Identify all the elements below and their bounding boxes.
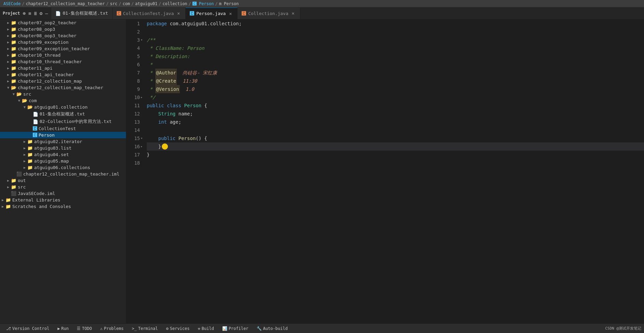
breadcrumb-item[interactable]: m Person <box>219 1 239 6</box>
sidebar-icon2[interactable]: ≡ <box>28 11 31 16</box>
code-line-2 <box>147 28 644 36</box>
tab-label: Collection.java <box>248 11 288 16</box>
folder-icon: 📁 <box>11 178 16 183</box>
tab-close-icon[interactable]: × <box>228 11 233 16</box>
folder-open-icon: 📂 <box>11 85 16 90</box>
tab-label: CollectionTest.java <box>123 11 174 16</box>
sidebar-icon[interactable]: ⊕ <box>23 11 26 16</box>
sidebar-item-javasecode-iml[interactable]: ⬛ JavaSECode.iml <box>0 190 126 197</box>
sidebar-item-collectiontest[interactable]: 🅲 CollectionTest <box>0 125 126 132</box>
folder-icon: 📁 <box>11 46 16 51</box>
sidebar-item-chapter10a[interactable]: ▶ 📁 chapter10_thread <box>0 52 126 58</box>
main-layout: ▶ 📁 chapter07_oop2_teacher ▶ 📁 chapter08… <box>0 19 644 323</box>
breadcrumb-item[interactable]: ASECode <box>3 1 21 6</box>
sidebar: ▶ 📁 chapter07_oop2_teacher ▶ 📁 chapter08… <box>0 19 126 323</box>
bottom-tab-build[interactable]: ⚒ Build <box>195 325 217 332</box>
tab-collection[interactable]: 🅲 Collection.java × <box>238 8 300 19</box>
code-line-13: int age; <box>147 118 644 126</box>
sidebar-item-iml[interactable]: ⬛ chapter12_collection_map_teacher.iml <box>0 171 126 177</box>
tab-collectiontest[interactable]: 🅲 CollectionTest.java × <box>113 8 186 19</box>
breadcrumb-item[interactable]: chapter12_collection_map_teacher <box>26 1 105 6</box>
sidebar-item-atguigu06[interactable]: ▶ 📁 atguigu06.collections <box>0 164 126 171</box>
tab-person[interactable]: 🅲 Person.java × <box>186 8 238 19</box>
bottom-tab-autobuild[interactable]: 🔧 Auto-build <box>253 325 291 332</box>
fold-arrow[interactable]: ▾ <box>141 36 143 44</box>
cursor-position <box>162 143 168 150</box>
warning-icon: ⚠ <box>100 326 102 331</box>
sidebar-item-chapter08a[interactable]: ▶ 📁 chapter08_oop3 <box>0 26 126 32</box>
bottom-tab-services[interactable]: ⚙ Services <box>162 325 193 332</box>
sidebar-item-chapter11a[interactable]: ▶ 📁 chapter11_api <box>0 65 126 71</box>
sidebar-item-out[interactable]: ▶ 📁 out <box>0 177 126 184</box>
breadcrumb: ASECode / chapter12_collection_map_teach… <box>0 0 644 8</box>
sidebar-item-atguigu04[interactable]: ▶ 📁 atguigu04.set <box>0 151 126 158</box>
tab-close-icon[interactable]: × <box>176 11 181 16</box>
breadcrumb-item[interactable]: com <box>123 1 130 6</box>
tab-01[interactable]: 📄 01-集合框架概述.txt <box>51 8 113 19</box>
tab-label: 01-集合框架概述.txt <box>63 10 108 16</box>
breadcrumb-item[interactable]: 🅲 Person <box>192 1 214 6</box>
bottom-tab-todo[interactable]: ☰ TODO <box>73 325 95 332</box>
fold-arrow-15[interactable]: ▾ <box>141 134 143 142</box>
bottom-tab-problems[interactable]: ⚠ Problems <box>97 325 127 332</box>
sidebar-item-chapter12a[interactable]: ▶ 📁 chapter12_collection_map <box>0 78 126 84</box>
git-icon: ⎇ <box>6 326 11 331</box>
breadcrumb-item[interactable]: collection <box>162 1 187 6</box>
sidebar-item-file01[interactable]: 📄 01-集合框架概述.txt <box>0 110 126 118</box>
sidebar-item-scratches[interactable]: ▶ 📁 Scratches and Consoles <box>0 203 126 210</box>
sidebar-item-atguigu01[interactable]: ▼ 📂 atguigu01.collection <box>0 104 126 110</box>
sidebar-item-atguigu05[interactable]: ▶ 📁 atguigu05.map <box>0 158 126 164</box>
tab-close-icon[interactable]: × <box>290 11 296 16</box>
folder-icon: 📁 <box>11 20 16 25</box>
bottom-tab-profiler[interactable]: 📊 Profiler <box>219 325 252 332</box>
bottom-tab-version-control[interactable]: ⎇ Version Control <box>3 325 53 332</box>
sidebar-item-chapter11b[interactable]: ▶ 📁 chapter11_api_teacher <box>0 71 126 78</box>
sidebar-item-external-libs[interactable]: ▶ 📁 External Libraries <box>0 197 126 203</box>
sidebar-item-atguigu03[interactable]: ▶ 📁 atguigu03.list <box>0 145 126 151</box>
folder-icon: 📁 <box>11 72 16 77</box>
project-label[interactable]: Project <box>3 11 20 16</box>
code-line-10: ▸ */ <box>147 93 644 101</box>
breadcrumb-item[interactable]: src <box>110 1 117 6</box>
sidebar-item-chapter08b[interactable]: ▶ 📁 chapter08_oop3_teacher <box>0 32 126 39</box>
sidebar-item-chapter09a[interactable]: ▶ 📁 chapter09_exception <box>0 39 126 45</box>
folder-open-icon: 📂 <box>22 98 27 103</box>
sidebar-item-chapter07[interactable]: ▶ 📁 chapter07_oop2_teacher <box>0 19 126 26</box>
fold-arrow-16[interactable]: ▸ <box>141 142 143 151</box>
bottom-tab-run[interactable]: ▶ Run <box>54 325 72 332</box>
folder-icon: 📁 <box>11 53 16 58</box>
code-line-6: * <box>147 60 644 69</box>
breadcrumb-item[interactable]: atguigu01 <box>135 1 157 6</box>
sidebar-icon4[interactable]: ⚙ <box>40 11 42 16</box>
code-line-12: String name; <box>147 110 644 118</box>
bottom-tabs: ⎇ Version Control ▶ Run ☰ TODO ⚠ Problem… <box>0 323 644 333</box>
code-line-14 <box>147 126 644 134</box>
code-editor[interactable]: package com.atguigu01.collection; ▾ /** … <box>143 19 644 323</box>
code-line-4: * ClassName: Person <box>147 44 644 52</box>
folder-icon: 📁 <box>27 165 33 170</box>
bottom-tab-terminal[interactable]: >_ Terminal <box>128 325 161 332</box>
code-line-1: package com.atguigu01.collection; <box>147 19 644 28</box>
sidebar-item-com[interactable]: ▼ 📂 com <box>0 97 126 104</box>
txt-file-icon: 📄 <box>33 112 38 117</box>
profiler-icon: 📊 <box>222 326 227 331</box>
iml-icon: ⬛ <box>11 191 16 196</box>
sidebar-icon3[interactable]: ≣ <box>34 11 37 16</box>
code-line-7: * @Author 尚硅谷- 宋红康 <box>147 69 644 77</box>
fold-close-arrow[interactable]: ▸ <box>141 93 143 101</box>
folder-open-icon: 📂 <box>16 92 22 97</box>
list-icon: ☰ <box>77 326 81 331</box>
sidebar-item-chapter10b[interactable]: ▶ 📁 chapter10_thread_teacher <box>0 58 126 65</box>
tab-bar: Project ⊕ ≡ ≣ ⚙ — 📄 01-集合框架概述.txt 🅲 Coll… <box>0 8 644 19</box>
code-line-9: * @Version 1.0 <box>147 85 644 93</box>
sidebar-item-file02[interactable]: 📄 02-Collection中的常用方法.txt <box>0 118 126 125</box>
sidebar-item-src2[interactable]: ▶ 📁 src <box>0 184 126 190</box>
sidebar-item-chapter09b[interactable]: ▶ 📁 chapter09_exception_teacher <box>0 45 126 52</box>
sidebar-item-person[interactable]: 🅲 Person <box>0 132 126 138</box>
line-numbers: 1 2 3 4 5 6 7 8 9 10 11 12 13 14 15 16 1… <box>126 19 143 323</box>
sidebar-item-chapter12b[interactable]: ▼ 📂 chapter12_collection_map_teacher <box>0 84 126 91</box>
sidebar-item-src[interactable]: ▼ 📂 src <box>0 91 126 97</box>
java-class-icon: 🅲 <box>33 126 37 131</box>
sidebar-icon5[interactable]: — <box>45 11 48 16</box>
sidebar-item-atguigu02[interactable]: ▶ 📁 atguigu02.iterator <box>0 138 126 145</box>
